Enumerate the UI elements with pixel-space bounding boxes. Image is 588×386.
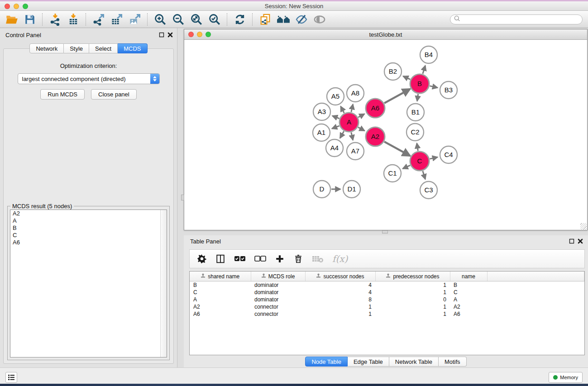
table-cell[interactable]: A6	[190, 310, 251, 318]
select-all-columns-icon[interactable]	[234, 255, 246, 263]
graph-edge-C-C3[interactable]	[423, 171, 425, 179]
refresh-icon[interactable]	[233, 13, 247, 26]
table-cell[interactable]: B	[450, 281, 487, 289]
graph-edge-A2-C[interactable]	[384, 142, 410, 156]
table-cell[interactable]: 1	[305, 303, 375, 310]
tab-select[interactable]: Select	[89, 43, 118, 53]
home-icon[interactable]	[277, 13, 290, 26]
save-session-icon[interactable]	[23, 13, 37, 26]
mcds-result-item[interactable]: A2	[10, 210, 167, 217]
import-network-icon[interactable]	[48, 13, 62, 26]
export-network-icon[interactable]	[92, 13, 105, 26]
table-cell[interactable]: 1	[375, 281, 450, 289]
task-history-button[interactable]	[5, 372, 17, 383]
search-field[interactable]	[461, 16, 582, 23]
table-cell[interactable]: dominator	[251, 281, 305, 289]
table-row[interactable]: Adominator80A	[190, 296, 584, 303]
run-mcds-button[interactable]: Run MCDS	[40, 89, 85, 100]
graph-edge-A-A2[interactable]	[358, 127, 364, 131]
column-header-shared-name[interactable]: shared name	[190, 272, 251, 281]
mcds-result-item[interactable]: C	[10, 232, 167, 239]
column-header-name[interactable]: name	[450, 272, 487, 281]
table-row[interactable]: A2connector11A2	[190, 303, 584, 310]
table-cell[interactable]: connector	[251, 310, 305, 318]
graph-edge-A-A7[interactable]	[351, 133, 353, 140]
graph-edge-A-A3[interactable]	[332, 116, 339, 119]
table-row[interactable]: Bdominator41B	[190, 281, 584, 289]
table-cell[interactable]: 8	[305, 296, 375, 303]
splitpane-handle[interactable]	[382, 230, 388, 234]
table-row[interactable]: Cdominator41C	[190, 289, 584, 296]
table-header-row[interactable]: shared nameMCDS rolesuccessor nodesprede…	[190, 272, 584, 281]
table-cell[interactable]: 4	[305, 281, 375, 289]
tab-mcds[interactable]: MCDS	[118, 43, 147, 53]
graph-edge-C-C2[interactable]	[417, 143, 418, 151]
table-cell[interactable]: dominator	[251, 289, 305, 296]
table-cell[interactable]: C	[190, 289, 251, 296]
table-cell[interactable]: 0	[375, 296, 450, 303]
network-window-titlebar[interactable]: testGlobe.txt	[184, 29, 587, 40]
column-header-successor-nodes[interactable]: successor nodes	[305, 272, 375, 281]
table-cell[interactable]: B	[190, 281, 251, 289]
table-cell[interactable]: 1	[375, 310, 450, 318]
tab-network-table[interactable]: Network Table	[389, 357, 439, 367]
table-cell[interactable]: A	[450, 296, 487, 303]
table-cell[interactable]: connector	[251, 303, 305, 310]
zoom-in-icon[interactable]	[153, 13, 167, 26]
add-column-icon[interactable]	[275, 254, 285, 264]
mcds-result-item[interactable]: A	[10, 217, 167, 224]
scrollbar[interactable]	[160, 210, 167, 357]
zoom-fit-icon[interactable]	[190, 13, 203, 26]
table-cell[interactable]: C	[450, 289, 487, 296]
hide-visual-style-icon[interactable]	[295, 13, 308, 26]
graph-edge-A-A4[interactable]	[340, 131, 344, 138]
resize-grip-icon[interactable]	[580, 223, 587, 229]
close-table-panel-icon[interactable]	[577, 238, 583, 244]
table-cell[interactable]: 1	[375, 289, 450, 296]
table-cell[interactable]: 1	[305, 310, 375, 318]
table-row[interactable]: A6connector11A6	[190, 310, 584, 318]
table-cell[interactable]: dominator	[251, 296, 305, 303]
graph-edge-A6-B[interactable]	[384, 89, 410, 103]
node-table[interactable]: shared nameMCDS rolesuccessor nodesprede…	[189, 271, 585, 355]
network-canvas[interactable]: AA1A2A3A4A5A6A7A8BB1B2B3B4CC1C2C3C4DD1	[184, 40, 587, 230]
mcds-result-list[interactable]: A2ABCA6	[10, 210, 167, 357]
table-cell[interactable]: 4	[305, 289, 375, 296]
criterion-select[interactable]: largest connected component (directed)	[18, 73, 160, 84]
import-table-icon[interactable]	[67, 13, 80, 26]
tab-style[interactable]: Style	[64, 43, 89, 53]
graph-edge-C-C1[interactable]	[403, 165, 410, 168]
float-panel-icon[interactable]	[158, 32, 165, 38]
show-graphics-details-icon[interactable]	[313, 13, 326, 26]
float-table-panel-icon[interactable]	[569, 238, 575, 244]
network-graph[interactable]: AA1A2A3A4A5A6A7A8BB1B2B3B4CC1C2C3C4DD1	[184, 40, 587, 230]
export-table-icon[interactable]	[110, 13, 124, 26]
delete-column-icon[interactable]	[293, 254, 303, 264]
open-file-icon[interactable]	[5, 13, 19, 26]
graph-edge-A-A8[interactable]	[351, 104, 353, 112]
column-header-predecessor-nodes[interactable]: predecessor nodes	[375, 272, 450, 281]
graph-edge-B-B2[interactable]	[403, 76, 410, 79]
memory-button[interactable]: Memory	[549, 372, 583, 383]
zoom-out-icon[interactable]	[172, 13, 185, 26]
tab-node-table[interactable]: Node Table	[305, 357, 348, 367]
close-panel-icon[interactable]	[167, 32, 173, 38]
graph-edge-A-A6[interactable]	[358, 114, 364, 118]
graph-edge-B-B3[interactable]	[430, 86, 438, 88]
table-cell[interactable]: A6	[450, 310, 487, 318]
close-panel-button[interactable]: Close panel	[91, 89, 137, 100]
columns-icon[interactable]	[215, 254, 225, 264]
tab-edge-table[interactable]: Edge Table	[348, 357, 389, 367]
export-image-icon[interactable]	[128, 13, 142, 26]
mcds-result-item[interactable]: A6	[10, 239, 167, 246]
table-cell[interactable]: 1	[375, 303, 450, 310]
splitpane-handle[interactable]	[181, 195, 184, 200]
unselect-all-columns-icon[interactable]	[254, 255, 266, 263]
network-from-selection-icon[interactable]	[258, 13, 272, 26]
graph-edge-C-C4[interactable]	[430, 157, 438, 159]
mcds-result-item[interactable]: B	[10, 224, 167, 232]
gear-icon[interactable]	[197, 254, 207, 264]
tab-motifs[interactable]: Motifs	[439, 357, 467, 367]
graph-edge-B-B1[interactable]	[417, 94, 418, 101]
graph-edge-A-A1[interactable]	[332, 126, 339, 129]
